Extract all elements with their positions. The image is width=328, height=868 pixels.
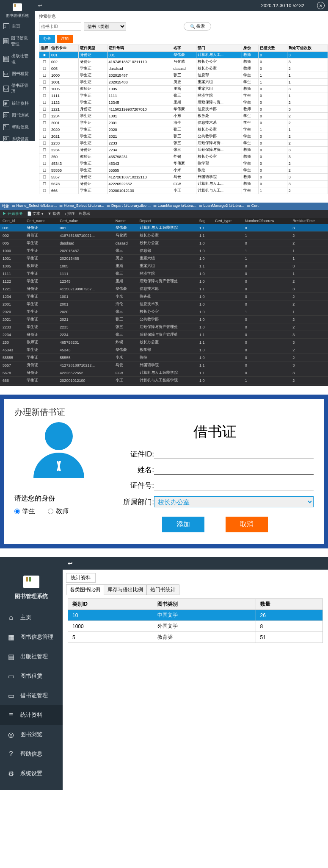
label-no: 证件号: bbox=[116, 481, 154, 490]
nav-item[interactable]: ?帮助信息 bbox=[0, 744, 63, 764]
card-heading: 借书证 bbox=[116, 422, 314, 442]
nav-item[interactable]: ?帮助信息 bbox=[0, 121, 35, 133]
nav-item[interactable]: ◎图书浏览 bbox=[0, 725, 63, 744]
nav-item[interactable]: ▤出版社管理 bbox=[0, 647, 63, 666]
nav-item[interactable]: ▦图书信息管理 bbox=[0, 32, 35, 50]
nav-list: ⌂主页▦图书信息管理▤出版社管理▭图书租赁▭借书证管理◉统计资料◎图书浏览?帮助… bbox=[0, 20, 35, 145]
nav-item[interactable]: ⚙系统设置 bbox=[0, 764, 63, 783]
add-button[interactable]: 添加 bbox=[162, 517, 204, 532]
cert-table[interactable]: 选择借书卡ID证件类型证件号码名字部门身份已借次数剩余可借次数■001身份证00… bbox=[39, 45, 328, 194]
radio-teacher[interactable]: 教师 bbox=[48, 507, 69, 515]
identity-radios: 学生 教师 bbox=[14, 507, 103, 515]
nav-item[interactable]: ▭借书证管理 bbox=[0, 686, 63, 705]
nav-item[interactable]: ≡统计资料 bbox=[0, 705, 63, 725]
tab[interactable]: 库存与借出比例 bbox=[104, 584, 147, 595]
titlebar: ↩ 2020-12-30 10:52:32 ✕ bbox=[0, 0, 328, 11]
nav-item[interactable]: ⌂主页 bbox=[0, 608, 63, 627]
back-icon[interactable]: ↩ bbox=[38, 3, 42, 8]
nav-item[interactable]: ▤出版社管理 bbox=[0, 50, 35, 68]
new-cert-dialog: 办理新借书证 请选您的身份 学生 教师 借书证 证件ID: 姓名: 证件号: 所… bbox=[0, 395, 328, 548]
delete-button[interactable]: 注销 bbox=[57, 35, 73, 43]
nav-list-4: ⌂主页▦图书信息管理▤出版社管理▭图书租赁▭借书证管理≡统计资料◎图书浏览?帮助… bbox=[0, 608, 63, 783]
nav-item[interactable]: ▦图书信息管理 bbox=[0, 627, 63, 647]
titlebar-4: ↩ bbox=[0, 557, 328, 570]
breadcrumb: 统计资料 bbox=[66, 573, 96, 583]
nav-item[interactable]: ⚙系统设置 bbox=[0, 133, 35, 145]
new-card-button[interactable]: 办卡 bbox=[39, 35, 55, 43]
nav-item[interactable]: ◎图书浏览 bbox=[0, 109, 35, 121]
search-controls: 借书卡类别 🔍 搜索 bbox=[35, 22, 328, 33]
nav-item[interactable]: ▭图书租赁 bbox=[0, 666, 63, 686]
stats-table[interactable]: 类别ID图书类别数量10中国文学261000外国文学85教育类51 bbox=[68, 598, 323, 643]
input-name[interactable] bbox=[154, 465, 314, 475]
action-bar: 办卡 注销 bbox=[35, 33, 328, 45]
label-id: 证件ID: bbox=[116, 449, 154, 459]
book-icon bbox=[13, 3, 22, 11]
filter-button[interactable]: ▼ 筛选 bbox=[48, 211, 60, 217]
category-select[interactable]: 借书卡类别 bbox=[84, 22, 126, 31]
library-cert-panel: ↩ 2020-12-30 10:52:32 ✕ 图书管理系统 ⌂主页▦图书信息管… bbox=[0, 0, 328, 194]
nav-item[interactable]: ⌂主页 bbox=[0, 20, 35, 32]
tab[interactable]: 热门书统计 bbox=[146, 584, 179, 595]
timestamp: 2020-12-30 10:52:32 bbox=[261, 3, 304, 8]
sort-button[interactable]: ↕ 排序 bbox=[64, 211, 75, 217]
cancel-button[interactable]: 取消 bbox=[226, 517, 268, 532]
sql-table[interactable]: Cert_idCert_nameCert_valueNameDepartflag… bbox=[0, 218, 328, 384]
dialog-title: 办理新借书证 bbox=[14, 406, 314, 418]
label-name: 姓名: bbox=[116, 465, 154, 475]
input-no[interactable] bbox=[154, 481, 314, 490]
begin-trans-button[interactable]: ▶ 开始事务 bbox=[3, 211, 23, 217]
back-icon[interactable]: ↩ bbox=[68, 560, 73, 567]
nav-item[interactable]: ▭图书租赁 bbox=[0, 68, 35, 80]
stats-panel: ↩ 图书管理系统 ⌂主页▦图书信息管理▤出版社管理▭图书租赁▭借书证管理≡统计资… bbox=[0, 557, 328, 790]
text-button[interactable]: 📄 文本 ▾ bbox=[27, 211, 44, 217]
book-icon bbox=[23, 576, 39, 588]
export-button[interactable]: ⎘ 导出 bbox=[79, 211, 90, 217]
radio-student[interactable]: 学生 bbox=[14, 507, 35, 515]
sql-tabs[interactable]: 对象☰ Home_Select @Librar...☰ Home_Select … bbox=[0, 203, 328, 210]
nav-item[interactable]: ▭借书证管理 bbox=[0, 80, 35, 97]
app-logo: 图书管理系统 bbox=[0, 0, 35, 20]
sql-toolbar: ▶ 开始事务 📄 文本 ▾ ▼ 筛选 ↕ 排序 ⎘ 导出 bbox=[0, 210, 328, 218]
main-area: 搜索信息 借书卡类别 🔍 搜索 办卡 注销 选择借书卡ID证件类型证件号码名字部… bbox=[35, 11, 328, 194]
sidebar-4: 图书管理系统 ⌂主页▦图书信息管理▤出版社管理▭图书租赁▭借书证管理≡统计资料◎… bbox=[0, 570, 63, 790]
nav-item[interactable]: ◉统计资料 bbox=[0, 97, 35, 109]
sql-result-panel: 对象☰ Home_Select @Librar...☰ Home_Select … bbox=[0, 203, 328, 386]
sidebar: 图书管理系统 ⌂主页▦图书信息管理▤出版社管理▭图书租赁▭借书证管理◉统计资料◎… bbox=[0, 0, 35, 141]
stat-tabs[interactable]: 各类图书比例库存与借出比例热门书统计 bbox=[66, 584, 328, 595]
identity-label: 请选您的身份 bbox=[14, 494, 103, 503]
input-id[interactable] bbox=[154, 450, 314, 459]
tab[interactable]: 各类图书比例 bbox=[66, 584, 104, 595]
app-logo: 图书管理系统 bbox=[0, 576, 63, 600]
main-area-4: 统计资料 各类图书比例库存与借出比例热门书统计 类别ID图书类别数量10中国文学… bbox=[63, 570, 328, 790]
search-button[interactable]: 🔍 搜索 bbox=[184, 22, 211, 31]
avatar-icon bbox=[27, 422, 91, 486]
label-dept: 所属部门: bbox=[116, 497, 154, 507]
dept-select[interactable]: 校长办公室 bbox=[154, 496, 314, 507]
search-label: 搜索信息 bbox=[35, 11, 328, 22]
search-input[interactable] bbox=[39, 22, 81, 31]
close-icon[interactable]: ✕ bbox=[317, 2, 325, 9]
